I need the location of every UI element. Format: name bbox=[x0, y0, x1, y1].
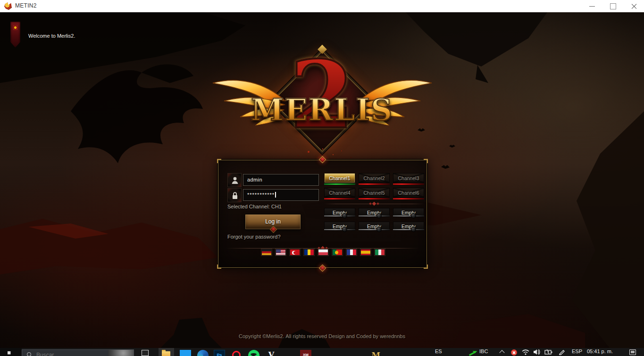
ticker-text: IBC bbox=[479, 348, 488, 356]
panel-corner-ornament bbox=[424, 265, 428, 269]
taskbar-search-box[interactable] bbox=[22, 349, 134, 356]
channel-button-5[interactable]: Channel5 bbox=[359, 188, 390, 198]
photoshop-icon[interactable]: Ps bbox=[214, 350, 225, 356]
xampp-icon[interactable]: XM bbox=[300, 350, 311, 356]
logo-sparks bbox=[322, 149, 323, 149]
language-flags-row bbox=[218, 249, 427, 256]
server-load-knob bbox=[342, 227, 347, 232]
server-load-knob bbox=[376, 227, 382, 232]
welcome-message: Welcome to Merlis2. bbox=[28, 33, 75, 39]
flag-spain-icon[interactable] bbox=[360, 249, 371, 256]
username-value: admin bbox=[247, 177, 262, 182]
game-screen: Welcome to Merlis2. 2 MERLIS bbox=[0, 12, 644, 348]
logo-wordmark: MERLIS bbox=[251, 92, 393, 127]
flag-poland-icon[interactable] bbox=[318, 249, 328, 256]
channel-column: Channel1 Channel2 Channel3 Channel4 Chan… bbox=[324, 173, 424, 230]
trading-app-icon[interactable] bbox=[469, 349, 477, 356]
app-icon bbox=[4, 2, 12, 10]
channel-status-bar-red bbox=[324, 198, 355, 199]
login-panel: admin *********** Selected Channel: CH1 … bbox=[218, 160, 427, 268]
user-icon bbox=[231, 176, 239, 185]
server-load-track bbox=[393, 215, 424, 216]
windows-logo-icon bbox=[8, 351, 14, 356]
wifi-icon[interactable] bbox=[522, 349, 529, 355]
server-load-track bbox=[324, 215, 355, 216]
tray-red-badge-icon[interactable] bbox=[511, 349, 517, 356]
panel-corner-ornament bbox=[217, 265, 221, 269]
channel-button-3[interactable]: Channel3 bbox=[393, 173, 424, 183]
search-input[interactable] bbox=[36, 350, 102, 356]
copyright-text: Copyright ©Merlis2. All rights reserved … bbox=[0, 333, 644, 339]
channel-button-6[interactable]: Channel6 bbox=[393, 188, 424, 198]
forgot-password-link[interactable]: Forgot your password? bbox=[227, 234, 281, 240]
channel-button-2[interactable]: Channel2 bbox=[359, 173, 390, 183]
channel-status-bar-red bbox=[393, 183, 424, 185]
opera-browser-icon[interactable] bbox=[232, 351, 241, 356]
vscode-icon[interactable] bbox=[180, 350, 191, 356]
channel-status-bar-green bbox=[324, 183, 355, 185]
server-slot-grid: Empty Empty Empty Empty Empty Empty bbox=[324, 208, 424, 230]
windows-taskbar: Ps V XM M ES IBC ESP 05:41 p. m. bbox=[0, 348, 644, 356]
start-button[interactable] bbox=[0, 348, 22, 356]
panel-corner-ornament bbox=[217, 159, 221, 163]
game-language-indicator: ES bbox=[435, 348, 442, 356]
password-icon-box bbox=[227, 188, 242, 202]
channel-label: Channel1 bbox=[329, 175, 351, 181]
channel-label: Channel5 bbox=[364, 190, 385, 196]
server-load-track bbox=[324, 229, 355, 230]
server-load-knob bbox=[376, 213, 382, 218]
channel-status-bar-red bbox=[359, 198, 390, 199]
battery-icon[interactable] bbox=[544, 349, 553, 355]
task-view-button[interactable] bbox=[142, 350, 149, 356]
text-caret bbox=[275, 192, 276, 198]
minimize-button[interactable] bbox=[582, 0, 602, 12]
flag-romania-icon[interactable] bbox=[304, 249, 314, 256]
channel-status-bar-red bbox=[393, 198, 424, 199]
maximize-button[interactable] bbox=[602, 0, 623, 12]
flag-italy-icon[interactable] bbox=[375, 249, 385, 256]
channel-button-4[interactable]: Channel4 bbox=[324, 188, 355, 198]
username-icon-box bbox=[227, 173, 242, 187]
panel-corner-ornament bbox=[424, 159, 428, 163]
vegas-icon[interactable]: V bbox=[266, 350, 277, 356]
channel-label: Channel2 bbox=[364, 175, 385, 181]
search-box-image bbox=[108, 350, 134, 356]
action-center-icon[interactable] bbox=[629, 349, 636, 355]
window-titlebar: METIN2 bbox=[0, 0, 644, 12]
input-language-indicator[interactable]: ESP bbox=[572, 348, 582, 356]
tray-expand-chevron-icon[interactable] bbox=[499, 350, 504, 355]
selected-channel-label: Selected Channel: CH1 bbox=[227, 204, 282, 209]
password-input[interactable]: *********** bbox=[243, 189, 319, 201]
server-load-track bbox=[393, 229, 424, 230]
server-load-knob bbox=[342, 213, 347, 218]
flag-usa-icon[interactable] bbox=[276, 249, 286, 256]
edge-browser-icon[interactable] bbox=[197, 350, 209, 356]
flag-germany-icon[interactable] bbox=[261, 249, 272, 256]
game-logo: 2 MERLIS bbox=[0, 52, 644, 165]
ornament-divider bbox=[324, 204, 424, 204]
channel-label: Channel6 bbox=[398, 190, 419, 196]
channel-status-bar-red bbox=[359, 183, 390, 185]
server-load-knob bbox=[411, 227, 416, 232]
divider-ornament-icon bbox=[369, 202, 379, 205]
server-load-track bbox=[359, 229, 390, 230]
spotify-icon[interactable] bbox=[248, 350, 259, 356]
volume-icon[interactable] bbox=[533, 349, 541, 355]
flag-portugal-icon[interactable] bbox=[332, 249, 343, 256]
clock[interactable]: 05:41 p. m. bbox=[587, 348, 613, 356]
channel-label: Channel3 bbox=[398, 175, 419, 181]
pen-input-icon[interactable] bbox=[559, 349, 565, 355]
flag-france-icon[interactable] bbox=[346, 249, 357, 256]
flag-turkey-icon[interactable] bbox=[290, 249, 300, 256]
search-icon bbox=[27, 352, 31, 356]
lock-icon bbox=[231, 191, 239, 200]
channel-label: Channel4 bbox=[329, 190, 351, 196]
server-load-track bbox=[359, 215, 390, 216]
metin2-client-icon[interactable]: M bbox=[370, 350, 382, 356]
channel-grid: Channel1 Channel2 Channel3 Channel4 Chan… bbox=[324, 173, 424, 199]
file-explorer-icon[interactable] bbox=[160, 350, 172, 356]
login-button[interactable]: Log in bbox=[245, 214, 301, 230]
channel-button-1[interactable]: Channel1 bbox=[324, 173, 355, 183]
username-input[interactable]: admin bbox=[243, 174, 319, 186]
close-button[interactable] bbox=[623, 0, 644, 12]
